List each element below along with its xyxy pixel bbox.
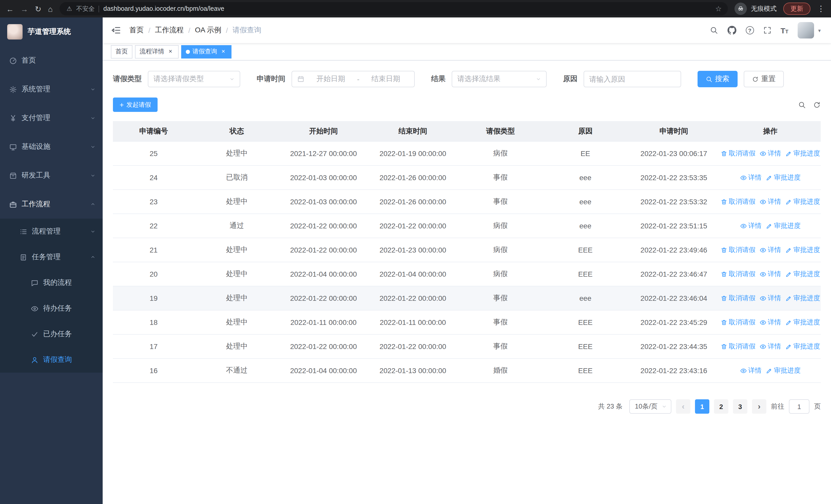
page-size-select[interactable]: 10条/页 (629, 399, 671, 414)
approval-progress-link[interactable]: 审批进度 (785, 245, 820, 255)
collapse-sidebar-icon[interactable] (111, 25, 121, 35)
col-reason: 原因 (543, 126, 628, 136)
app-logo[interactable]: 芋道管理系统 (0, 18, 103, 46)
tab-home[interactable]: 首页 (111, 45, 133, 58)
browser-menu-icon[interactable]: ⋮ (817, 4, 825, 13)
sidebar-item-workflow[interactable]: 工作流程 (0, 190, 103, 219)
github-icon[interactable] (727, 26, 736, 35)
detail-link[interactable]: 详情 (760, 245, 781, 255)
cancel-leave-link[interactable]: 取消请假 (720, 342, 755, 351)
tab-process-detail[interactable]: 流程详情 × (135, 45, 179, 58)
tab-leave-query[interactable]: 请假查询 × (181, 45, 231, 58)
approval-progress-link[interactable]: 审批进度 (766, 221, 800, 231)
detail-link[interactable]: 详情 (760, 294, 781, 303)
result-select[interactable]: 请选择流结果 (452, 71, 547, 87)
font-size-icon[interactable]: TT (780, 26, 789, 34)
detail-link[interactable]: 详情 (760, 149, 781, 158)
home-icon[interactable]: ⌂ (48, 5, 53, 12)
breadcrumb-item-home[interactable]: 首页 (130, 26, 144, 35)
reason-input[interactable] (583, 71, 681, 87)
security-label[interactable]: 不安全 (76, 4, 95, 13)
sidebar-item-payment-mgmt[interactable]: 支付管理 (0, 104, 103, 132)
pagination: 共 23 条 10条/页 ‹ 1 2 3 › 前往 页 (113, 399, 821, 414)
address-bar[interactable]: ⚠ 不安全 dashboard.yudao.iocoder.cn/bpm/oa/… (59, 2, 728, 16)
cancel-leave-link[interactable]: 取消请假 (720, 318, 755, 327)
reload-icon[interactable]: ↻ (35, 5, 41, 12)
cell-leave-type: 事假 (458, 294, 543, 303)
cell-start-time: 2022-01-03 00:00:00 (279, 174, 368, 182)
cancel-leave-link[interactable]: 取消请假 (720, 245, 755, 255)
detail-link[interactable]: 详情 (740, 173, 762, 182)
avatar-caret-icon[interactable]: ▾ (818, 27, 821, 33)
eye-icon (760, 295, 766, 301)
detail-link[interactable]: 详情 (760, 269, 781, 279)
sidebar-item-home[interactable]: 首页 (0, 46, 103, 75)
approval-progress-link[interactable]: 审批进度 (766, 366, 800, 375)
refresh-table-icon[interactable] (813, 101, 821, 109)
start-date-placeholder[interactable]: 开始日期 (308, 75, 354, 84)
cancel-leave-link[interactable]: 取消请假 (720, 269, 755, 279)
detail-link[interactable]: 详情 (740, 221, 762, 231)
chevron-down-icon (536, 77, 541, 82)
detail-link[interactable]: 详情 (760, 318, 781, 327)
dashboard-icon (9, 57, 17, 64)
forward-icon[interactable]: → (21, 5, 28, 12)
approval-progress-link[interactable]: 审批进度 (766, 173, 800, 182)
leave-type-placeholder: 请选择请假类型 (153, 75, 204, 84)
approval-progress-link[interactable]: 审批进度 (785, 294, 820, 303)
help-icon[interactable]: ? (746, 26, 754, 34)
end-date-placeholder[interactable]: 结束日期 (363, 75, 409, 84)
cancel-leave-link[interactable]: 取消请假 (720, 294, 755, 303)
search-button[interactable]: 搜索 (697, 71, 738, 87)
close-tab-icon[interactable]: × (220, 48, 227, 55)
bookmark-star-icon[interactable]: ☆ (711, 5, 726, 13)
back-icon[interactable]: ← (6, 5, 14, 12)
cell-reason: EEE (543, 270, 628, 278)
breadcrumb-item-workflow[interactable]: 工作流程 (155, 26, 184, 35)
sidebar-item-todo-tasks[interactable]: 待办任务 (0, 296, 103, 321)
sidebar-item-dev-tools[interactable]: 研发工具 (0, 161, 103, 190)
next-page-button[interactable]: › (752, 399, 766, 414)
reset-button[interactable]: 重置 (744, 71, 784, 87)
page-button-3[interactable]: 3 (733, 399, 747, 414)
prev-page-button[interactable]: ‹ (676, 399, 690, 414)
search-toggle-icon[interactable] (798, 101, 806, 109)
sidebar-item-system-mgmt[interactable]: 系统管理 (0, 75, 103, 104)
detail-link[interactable]: 详情 (760, 342, 781, 351)
sidebar-item-process-mgmt[interactable]: 流程管理 (0, 219, 103, 244)
approval-progress-link[interactable]: 审批进度 (785, 269, 820, 279)
cancel-leave-link[interactable]: 取消请假 (720, 149, 755, 158)
cancel-leave-link[interactable]: 取消请假 (720, 197, 755, 206)
cell-end-time: 2022-01-22 00:00:00 (368, 222, 458, 230)
detail-link[interactable]: 详情 (760, 197, 781, 206)
url-text[interactable]: dashboard.yudao.iocoder.cn/bpm/oa/leave (104, 5, 707, 12)
breadcrumb-item-oa-example[interactable]: OA 示例 (195, 26, 222, 35)
close-tab-icon[interactable]: × (167, 48, 174, 55)
cell-end-time: 2022-01-22 00:00:00 (368, 342, 458, 351)
sidebar-item-leave-query[interactable]: 请假查询 (0, 347, 103, 373)
page-button-1[interactable]: 1 (695, 399, 709, 414)
user-avatar[interactable] (798, 22, 814, 38)
yen-icon (9, 114, 17, 122)
cell-leave-type: 事假 (458, 197, 543, 206)
apply-time-range-picker[interactable]: 开始日期 - 结束日期 (291, 71, 415, 87)
approval-progress-link[interactable]: 审批进度 (785, 318, 820, 327)
goto-page-input[interactable] (789, 399, 809, 414)
approval-progress-link[interactable]: 审批进度 (785, 197, 820, 206)
sidebar-item-done-tasks[interactable]: 已办任务 (0, 321, 103, 347)
search-icon[interactable] (710, 26, 718, 34)
approval-progress-link[interactable]: 审批进度 (785, 149, 820, 158)
approval-progress-link[interactable]: 审批进度 (785, 342, 820, 351)
page-button-2[interactable]: 2 (714, 399, 728, 414)
leave-type-select[interactable]: 请选择请假类型 (148, 71, 240, 87)
sidebar-item-my-process[interactable]: 我的流程 (0, 270, 103, 296)
update-button[interactable]: 更新 (783, 3, 810, 15)
gear-icon (9, 85, 17, 93)
table-header: 申请编号 状态 开始时间 结束时间 请假类型 原因 申请时间 操作 (113, 121, 821, 142)
detail-link[interactable]: 详情 (740, 366, 762, 375)
sidebar-item-infrastructure[interactable]: 基础设施 (0, 132, 103, 161)
cell-start-time: 2022-01-04 00:00:00 (279, 270, 368, 278)
sidebar-item-task-mgmt[interactable]: 任务管理 (0, 244, 103, 270)
create-leave-button[interactable]: + 发起请假 (113, 97, 157, 112)
fullscreen-icon[interactable] (763, 26, 771, 34)
